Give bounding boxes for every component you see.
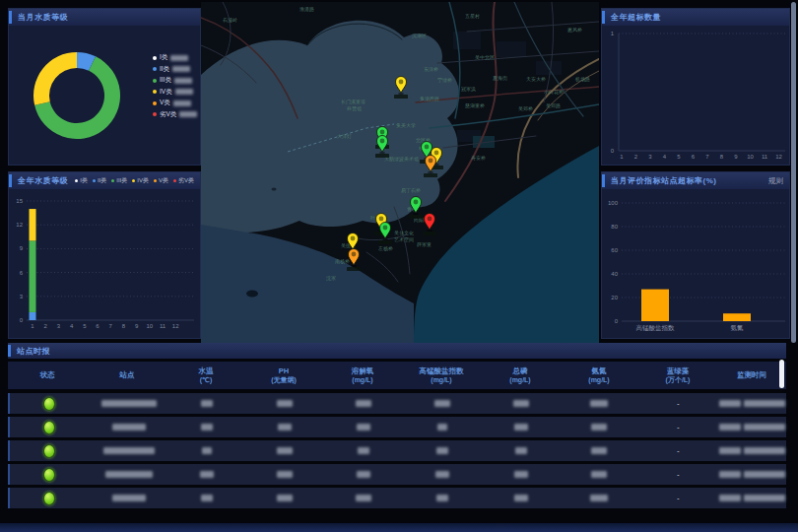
- panel-header: 当月评价指标站点超标率(%) 规则: [602, 172, 789, 189]
- map-label: 五星村: [465, 13, 480, 20]
- legend-item[interactable]: I类: [75, 176, 88, 185]
- legend-label: I类: [160, 53, 167, 62]
- table-cell: [403, 495, 482, 501]
- table-row[interactable]: -: [8, 488, 786, 508]
- table-cell: [245, 400, 324, 407]
- map-label: 沈家: [326, 275, 336, 282]
- footer-strip: [0, 523, 798, 532]
- redacted-station-name: [105, 471, 153, 478]
- status-dot-normal: [43, 397, 55, 411]
- redacted-value: [179, 111, 197, 117]
- svg-text:9: 9: [135, 323, 139, 329]
- legend-item[interactable]: III类: [153, 77, 197, 84]
- redacted-date: [719, 471, 741, 478]
- legend-item[interactable]: III类: [111, 176, 127, 185]
- legend-dot: [153, 79, 157, 83]
- table-cell: -: [638, 446, 717, 455]
- status-dot-normal: [43, 444, 55, 458]
- table-cell: [10, 444, 89, 458]
- legend-label: III类: [116, 176, 127, 185]
- table-column-header-8: 氨氮(mg/L): [560, 366, 638, 385]
- page-scrollbar[interactable]: [791, 2, 796, 343]
- redacted-value: [357, 424, 370, 431]
- table-cell: [482, 447, 561, 454]
- redacted-time: [744, 447, 785, 454]
- table-column-header-7: 总磷(mg/L): [481, 366, 560, 385]
- redacted-value: [278, 424, 292, 431]
- svg-text:4: 4: [70, 323, 74, 329]
- map-label: 机场路: [575, 76, 590, 83]
- table-row[interactable]: -: [8, 393, 786, 414]
- svg-text:10: 10: [146, 323, 153, 329]
- legend-item[interactable]: IV类: [153, 89, 197, 96]
- panel-title: 当月评价指标站点超标率(%): [611, 175, 716, 186]
- donut-legend: I类II类III类IV类V类劣V类: [153, 54, 197, 123]
- table-row[interactable]: -: [8, 440, 786, 461]
- stacked-bar-IV类-m1: [30, 209, 36, 240]
- legend-dot: [111, 179, 114, 182]
- map-label: 吴郊桥: [518, 105, 533, 111]
- legend-label: II类: [160, 65, 169, 74]
- legend-item[interactable]: IV类: [132, 176, 149, 185]
- legend-item[interactable]: 劣V类: [153, 111, 197, 118]
- table-cell: [245, 447, 324, 454]
- table-column-header-10: 监测时间: [717, 370, 786, 380]
- map-label: 薛家里: [417, 241, 432, 247]
- pin-tag: [394, 95, 408, 99]
- table-cell: [10, 421, 89, 434]
- map-label: 集浪西路: [420, 96, 439, 102]
- legend-dot: [153, 90, 157, 94]
- rule-link[interactable]: 规则: [768, 176, 783, 186]
- stacked-bar-III类-m1: [30, 240, 36, 312]
- legend-item[interactable]: V类: [153, 100, 197, 106]
- svg-text:0: 0: [615, 318, 619, 324]
- legend-item[interactable]: V类: [154, 176, 168, 185]
- map-pin-red[interactable]: [423, 214, 436, 236]
- legend-item[interactable]: II类: [153, 66, 197, 73]
- map-label: 天安大桥: [526, 76, 546, 82]
- table-cell: [169, 495, 246, 501]
- legend-item[interactable]: I类: [153, 54, 197, 61]
- svg-text:10: 10: [747, 154, 754, 160]
- map-canvas: 石浦岭渔港路五星村滨湖区惠风桥吴中北区东洋桥宁绿桥冠家浜夏海街天安大桥机场路小白…: [201, 2, 599, 343]
- station-map[interactable]: 石浦岭渔港路五星村滨湖区惠风桥吴中北区东洋桥宁绿桥冠家浜夏海街天安大桥机场路小白…: [201, 2, 599, 343]
- legend-label: 劣V类: [178, 176, 194, 185]
- panel-title: 全年超标数量: [611, 12, 661, 23]
- table-cell: [403, 400, 482, 407]
- svg-text:3: 3: [648, 154, 652, 160]
- svg-text:40: 40: [611, 271, 618, 277]
- rate-bar-氨氮: [723, 313, 751, 321]
- map-label: 大洋灯: [337, 133, 352, 140]
- map-label: 慈湖里桥: [464, 102, 485, 108]
- map-islet: [272, 188, 277, 191]
- redacted-value: [201, 424, 213, 431]
- table-cell: -: [638, 399, 717, 408]
- redacted-value: [435, 471, 449, 478]
- redacted-value: [356, 400, 371, 407]
- table-cell: [561, 424, 639, 431]
- map-label: 吴郊路: [546, 102, 561, 108]
- redacted-date: [719, 424, 741, 431]
- svg-text:1: 1: [611, 31, 615, 36]
- redacted-value: [591, 471, 607, 478]
- annual-legend: I类II类III类IV类V类劣V类: [75, 176, 194, 185]
- redacted-station-name: [101, 400, 157, 407]
- svg-text:6: 6: [692, 154, 696, 160]
- redacted-value: [436, 447, 448, 454]
- table-column-header-1: 状态: [8, 370, 87, 380]
- table-cell: [169, 424, 246, 431]
- table-cell: [10, 492, 89, 505]
- map-label: 左杨桥: [378, 245, 393, 252]
- svg-text:7: 7: [109, 323, 113, 329]
- legend-item[interactable]: II类: [93, 176, 106, 185]
- table-cell: [245, 471, 324, 478]
- legend-item[interactable]: 劣V类: [173, 176, 194, 185]
- legend-dot: [132, 179, 135, 182]
- table-row[interactable]: -: [8, 417, 786, 437]
- table-scrollbar[interactable]: [779, 360, 784, 388]
- svg-text:6: 6: [20, 270, 24, 276]
- redacted-value: [277, 471, 293, 478]
- table-row[interactable]: -: [8, 464, 786, 485]
- panel-title: 当月水质等级: [18, 12, 68, 23]
- redacted-value: [515, 447, 527, 454]
